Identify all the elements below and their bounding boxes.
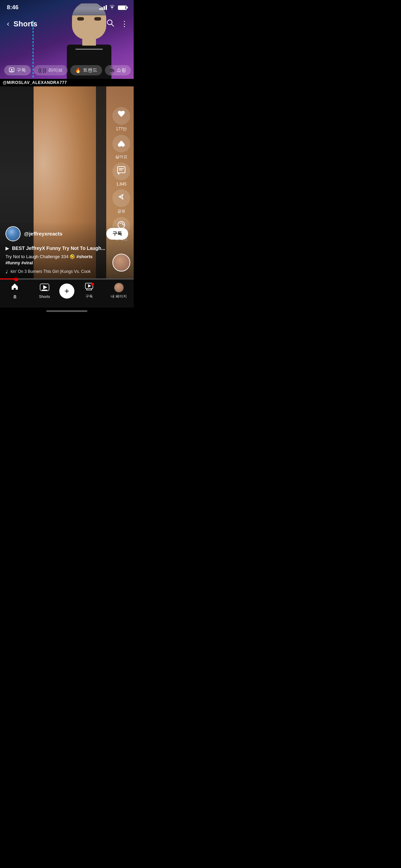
svg-line-1 bbox=[111, 24, 114, 26]
home-label: 홈 bbox=[13, 294, 17, 299]
subscribe-tab-icon bbox=[9, 68, 14, 73]
share-button[interactable]: 공유 bbox=[112, 189, 130, 214]
tab-live[interactable]: ((·)) 라이브 bbox=[34, 65, 68, 75]
more-options-icon[interactable]: ⋮ bbox=[121, 20, 128, 28]
main-video-section[interactable]: 177만 싫어요 bbox=[0, 86, 134, 278]
shorts-icon bbox=[40, 284, 49, 293]
trend-tab-icon: 🔥 bbox=[75, 68, 81, 73]
svg-marker-13 bbox=[43, 285, 47, 289]
comment-count: 1,845 bbox=[116, 182, 126, 186]
live-tab-label: 라이브 bbox=[48, 67, 63, 73]
subscribe-tab-label: 구독 bbox=[16, 67, 26, 73]
comment-button[interactable]: 1,845 bbox=[112, 162, 130, 186]
music-note-icon: ♩ bbox=[5, 269, 8, 274]
battery-icon bbox=[118, 5, 127, 10]
add-icon: + bbox=[64, 286, 69, 296]
like-icon bbox=[117, 110, 126, 121]
header-icons: ⋮ bbox=[106, 19, 128, 29]
nav-profile[interactable]: 내 페이지 bbox=[104, 283, 134, 299]
shopping-tab-icon: 🛍 bbox=[110, 68, 114, 73]
status-time: 8:46 bbox=[7, 4, 19, 11]
share-icon bbox=[117, 193, 126, 204]
like-count: 177만 bbox=[116, 126, 127, 132]
back-button[interactable]: ‹ bbox=[5, 18, 11, 30]
dislike-button[interactable]: 싫어요 bbox=[112, 135, 130, 160]
header: ‹ Shorts ⋮ bbox=[0, 15, 134, 33]
video-title: BEST JeffreyX Funny Try Not To Laugh... bbox=[12, 245, 105, 251]
tab-trend[interactable]: 🔥 트렌드 bbox=[70, 65, 102, 75]
home-bar bbox=[46, 310, 87, 312]
music-row: ♩ kin' On 3 Burners This Girl (Kungs Vs.… bbox=[5, 269, 128, 274]
home-icon bbox=[11, 282, 19, 293]
channel-name[interactable]: @jeffreyxreacts bbox=[24, 231, 103, 237]
video-description: Try Not to Laugh Challenge 334 🤣 #shorts… bbox=[5, 254, 128, 266]
video-bottom-overlay: @jeffreyxreacts 구독 ▶ BEST JeffreyX Funny… bbox=[0, 222, 134, 278]
nav-subscribe[interactable]: 구독 bbox=[74, 283, 104, 299]
top-video-username: @MIROSLAV_ALEXANDRA777 bbox=[3, 80, 67, 85]
tab-shopping[interactable]: 🛍 쇼핑 bbox=[105, 65, 131, 75]
live-tab-icon: ((·)) bbox=[38, 68, 46, 73]
video-title-row: ▶ BEST JeffreyX Funny Try Not To Laugh..… bbox=[5, 245, 128, 251]
shopping-tab-label: 쇼핑 bbox=[117, 67, 126, 73]
dislike-label: 싫어요 bbox=[115, 154, 127, 160]
home-indicator bbox=[0, 308, 134, 313]
play-icon: ▶ bbox=[5, 245, 9, 251]
subscribe-button[interactable]: 구독 bbox=[106, 228, 128, 240]
comment-icon bbox=[117, 166, 126, 177]
dislike-icon bbox=[117, 138, 126, 149]
profile-label: 내 페이지 bbox=[111, 294, 127, 299]
svg-marker-3 bbox=[11, 69, 13, 71]
header-title: Shorts bbox=[13, 20, 106, 28]
avatar[interactable] bbox=[5, 226, 21, 241]
trend-tab-label: 트렌드 bbox=[83, 67, 97, 73]
bottom-navigation: 홈 Shorts + 구독 내 페이지 bbox=[0, 279, 134, 308]
svg-rect-14 bbox=[42, 290, 47, 291]
svg-marker-16 bbox=[88, 284, 91, 288]
signal-icon bbox=[99, 5, 107, 10]
category-tabs: 구독 ((·)) 라이브 🔥 트렌드 🛍 쇼핑 bbox=[0, 65, 134, 75]
subscribe-nav-icon bbox=[85, 283, 93, 292]
username-overlay: @MIROSLAV_ALEXANDRA777 bbox=[0, 79, 134, 86]
nav-add-button[interactable]: + bbox=[59, 284, 74, 299]
progress-fill bbox=[0, 278, 16, 279]
share-label: 공유 bbox=[117, 208, 125, 214]
svg-point-0 bbox=[107, 20, 112, 25]
shorts-label: Shorts bbox=[39, 294, 50, 299]
nav-shorts[interactable]: Shorts bbox=[30, 284, 60, 299]
video-progress-bar[interactable] bbox=[0, 278, 134, 279]
status-bar: 8:46 bbox=[0, 0, 134, 15]
wifi-icon bbox=[109, 5, 115, 11]
tab-subscribe[interactable]: 구독 bbox=[4, 65, 31, 75]
profile-avatar bbox=[114, 283, 124, 292]
nav-home[interactable]: 홈 bbox=[0, 282, 30, 299]
search-icon[interactable] bbox=[106, 19, 114, 29]
next-video-thumbnail[interactable] bbox=[112, 254, 130, 272]
subscribe-nav-label: 구독 bbox=[85, 294, 93, 299]
like-button[interactable]: 177만 bbox=[112, 107, 130, 132]
status-icons bbox=[99, 5, 127, 11]
channel-row: @jeffreyxreacts 구독 bbox=[5, 226, 128, 241]
music-text: kin' On 3 Burners This Girl (Kungs Vs. C… bbox=[11, 269, 91, 274]
